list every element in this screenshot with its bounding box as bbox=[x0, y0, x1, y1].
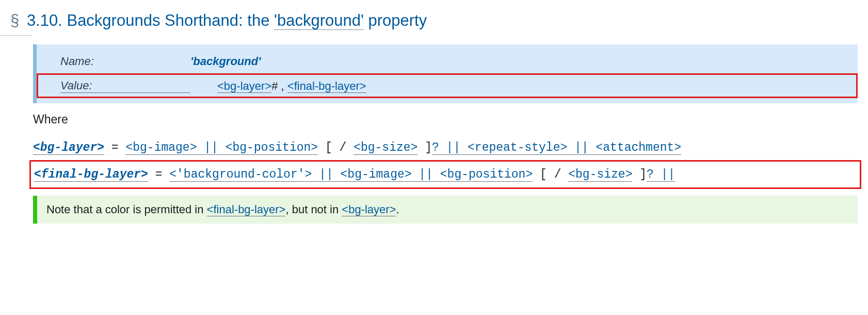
grammar-bg-layer-head[interactable]: <bg-layer> bbox=[33, 141, 104, 155]
note-bg-layer-link[interactable]: <bg-layer> bbox=[342, 203, 396, 216]
grammar-optional-mark[interactable]: ? bbox=[432, 141, 439, 155]
grammar-background-color-link[interactable]: <'background-color'> bbox=[169, 168, 312, 182]
grammar-bg-size-link[interactable]: <bg-size> bbox=[568, 168, 632, 182]
section-title-pre: Backgrounds Shorthand: the bbox=[67, 11, 274, 29]
grammar-bg-size-link[interactable]: <bg-size> bbox=[353, 141, 417, 155]
propdef-row-name: Name: 'background' bbox=[37, 50, 858, 73]
where-label: Where bbox=[33, 113, 858, 127]
grammar-or-op[interactable]: || bbox=[439, 141, 468, 155]
note-text-mid: , but not in bbox=[285, 203, 342, 216]
note-text-post: . bbox=[396, 203, 399, 216]
section-link-mark[interactable]: § bbox=[10, 11, 19, 29]
grammar-or-op[interactable]: || bbox=[312, 168, 340, 182]
propdef-name-value[interactable]: 'background' bbox=[190, 55, 261, 68]
note-box: Note that a color is permitted in <final… bbox=[33, 196, 858, 224]
grammar-repeat-style-link[interactable]: <repeat-style> bbox=[468, 141, 567, 155]
propdef-name-label: Name: bbox=[60, 55, 190, 68]
note-text-pre: Note that a color is permitted in bbox=[46, 203, 207, 216]
grammar-final-bg-layer-head[interactable]: <final-bg-layer> bbox=[34, 168, 148, 182]
value-hash: # bbox=[271, 80, 278, 92]
grammar-or-op[interactable]: || bbox=[197, 141, 225, 155]
note-final-bg-layer-link[interactable]: <final-bg-layer> bbox=[207, 203, 286, 216]
grammar-equals: = bbox=[104, 141, 125, 154]
propdef-value-label[interactable]: Value: bbox=[60, 79, 190, 93]
grammar-or-op[interactable]: || bbox=[412, 168, 440, 182]
grammar-optional-mark[interactable]: ? bbox=[647, 168, 654, 182]
section-title-post: property bbox=[364, 11, 427, 29]
property-definition-table: Name: 'background' Value: <bg-layer># , … bbox=[33, 44, 858, 103]
value-separator: , bbox=[278, 80, 287, 92]
grammar-bracket-open: [ / bbox=[533, 168, 568, 181]
grammar-bg-layer: <bg-layer> = <bg-image> || <bg-position>… bbox=[33, 139, 858, 156]
grammar-bracket-close: ] bbox=[417, 141, 432, 154]
value-bg-layer-link[interactable]: <bg-layer> bbox=[217, 80, 271, 93]
grammar-bg-position-link[interactable]: <bg-position> bbox=[440, 168, 533, 182]
section-number: 3.10. bbox=[27, 11, 62, 29]
grammar-bracket-open: [ / bbox=[318, 141, 353, 154]
section-heading[interactable]: § 3.10. Backgrounds Shorthand: the 'back… bbox=[10, 10, 858, 31]
grammar-attachment-link[interactable]: <attachment> bbox=[596, 141, 681, 155]
grammar-or-op[interactable]: || bbox=[567, 141, 596, 155]
value-final-bg-layer-link[interactable]: <final-bg-layer> bbox=[287, 80, 366, 93]
grammar-bg-position-link[interactable]: <bg-position> bbox=[226, 141, 318, 155]
grammar-final-bg-layer: <final-bg-layer> = <'background-color'> … bbox=[33, 164, 858, 185]
grammar-or-trail[interactable]: || bbox=[654, 168, 675, 182]
propdef-row-value: Value: <bg-layer># , <final-bg-layer> bbox=[37, 73, 858, 98]
grammar-equals: = bbox=[148, 168, 169, 181]
section-title-property-link[interactable]: 'background' bbox=[274, 11, 364, 30]
sidebar-divider bbox=[0, 35, 32, 36]
grammar-section: Where <bg-layer> = <bg-image> || <bg-pos… bbox=[33, 113, 858, 185]
grammar-bg-image-link[interactable]: <bg-image> bbox=[125, 141, 197, 155]
grammar-bg-image-link[interactable]: <bg-image> bbox=[341, 168, 412, 182]
grammar-bracket-close: ] bbox=[632, 168, 647, 181]
